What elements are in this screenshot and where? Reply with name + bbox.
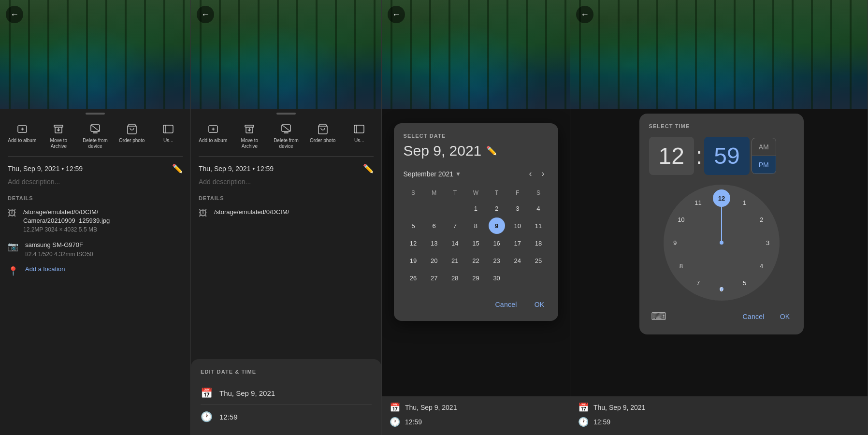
cal-day[interactable]: 7 [447,218,463,234]
details-label-1: DETAILS [0,191,190,204]
add-location-link[interactable]: Add a location [25,265,65,273]
hour-box[interactable]: 12 [649,137,694,175]
cal-day[interactable]: 14 [447,235,463,251]
time-display: 12 : 59 AM PM [649,137,794,175]
clock-number[interactable]: 3 [766,239,769,246]
cal-day[interactable]: 29 [467,270,484,286]
cal-day[interactable]: 10 [509,218,526,234]
am-btn[interactable]: AM [752,138,776,156]
file-path: /storage/emulated/0/DCIM/Camera/20210909… [23,208,110,225]
description-1[interactable]: Add description... [0,176,190,191]
selected-date-display: Sep 9, 2021 [404,143,482,159]
clock-number[interactable]: 4 [760,262,763,270]
cal-day [509,270,526,286]
cal-day[interactable]: 18 [530,235,547,251]
use-as-btn[interactable]: Us... [150,119,187,152]
time-ok-btn[interactable]: OK [776,310,794,323]
clock-number[interactable]: 10 [678,216,684,223]
delete-from-device-btn-2[interactable]: Delete from device [268,119,304,152]
add-to-album-btn-2[interactable]: Add to album [195,119,231,152]
cal-day[interactable]: 3 [509,200,526,217]
camera-icon: 📷 [8,241,18,252]
panel-photo-info: ← Add to album Move to [0,0,191,435]
cal-day[interactable]: 19 [405,252,421,269]
cal-day[interactable]: 27 [426,270,442,286]
edit-datetime-icon-2[interactable]: ✏️ [363,163,374,174]
cal-day[interactable]: 21 [447,252,463,269]
dialog-date-edit-icon[interactable]: ✏️ [486,145,497,156]
clock-number[interactable]: 2 [760,216,763,223]
cal-day[interactable]: 2 [489,200,505,217]
cal-day[interactable]: 9 [489,218,505,234]
move-to-archive-btn-2[interactable]: Move to Archive [231,119,268,152]
order-photo-btn[interactable]: Order photo [114,119,150,152]
cal-day[interactable]: 24 [509,252,526,269]
cal-day[interactable]: 17 [509,235,526,251]
clock-number[interactable]: 1 [743,199,746,206]
add-to-album-btn[interactable]: Add to album [4,119,41,152]
cal-day[interactable]: 11 [530,218,547,234]
cal-day[interactable]: 12 [405,235,421,251]
cal-day[interactable]: 13 [426,235,442,251]
order-photo-icon [125,122,139,136]
cal-day[interactable]: 28 [447,270,463,286]
cal-day[interactable]: 4 [530,200,547,217]
calendar-cancel-btn[interactable]: Cancel [491,298,521,311]
cal-day[interactable]: 6 [426,218,442,234]
prev-month-btn[interactable]: ‹ [525,167,536,181]
move-to-archive-btn[interactable]: Move to Archive [41,119,77,152]
clock-number[interactable]: 7 [696,279,700,287]
back-button-2[interactable]: ← [197,6,214,23]
back-button-1[interactable]: ← [6,6,23,23]
panel3-time-icon: 🕐 [390,417,400,427]
dialog-date-header: Sep 9, 2021 ✏️ [404,143,549,159]
next-month-btn[interactable]: › [538,167,549,181]
cal-day[interactable]: 1 [467,200,484,217]
delete-from-device-btn[interactable]: Delete from device [77,119,114,152]
use-as-btn-2[interactable]: Us... [341,119,377,152]
time-dialog-actions: Cancel OK [738,310,794,323]
edit-time-row[interactable]: 🕐 12:59 [201,406,372,427]
cal-day[interactable]: 30 [489,270,505,286]
cal-day[interactable]: 8 [467,218,484,234]
time-colon: : [696,143,702,169]
description-2[interactable]: Add description... [191,176,381,191]
edit-datetime-icon-1[interactable]: ✏️ [172,163,183,174]
clock-face[interactable]: 121234567891011 [664,185,780,301]
camera-detail: samsung SM-G970F f/2.4 1/520 4.32mm ISO5… [25,241,93,257]
month-nav-title[interactable]: September 2021 ▼ [404,170,461,178]
panel3-date-icon: 📅 [390,402,400,413]
delete-from-device-label: Delete from device [81,138,110,149]
cal-day[interactable]: 5 [405,218,421,234]
pm-btn[interactable]: PM [752,156,776,174]
panel4-date-text: Thu, Sep 9, 2021 [593,404,645,411]
cal-day[interactable]: 22 [467,252,484,269]
add-to-album-icon [15,122,29,136]
select-date-label: SELECT DATE [404,133,549,139]
clock-number[interactable]: 5 [743,279,746,287]
cal-day[interactable]: 20 [426,252,442,269]
panel4-time-text: 12:59 [593,418,610,426]
panel-calendar: ← SELECT DATE Sep 9, 2021 ✏️ September 2… [382,0,570,435]
clock-number[interactable]: 11 [694,199,701,206]
cal-day[interactable]: 23 [489,252,505,269]
cal-day-header: S [404,187,423,199]
clock-number[interactable]: 6 [720,286,723,293]
cal-day[interactable]: 25 [530,252,547,269]
back-button-4[interactable]: ← [576,6,593,23]
keyboard-input-btn[interactable]: ⌨ [649,308,668,325]
clock-number[interactable]: 8 [680,262,683,270]
edit-date-row[interactable]: 📅 Thu, Sep 9, 2021 [201,382,372,404]
time-dialog-footer: ⌨ Cancel OK [649,308,794,325]
calendar-ok-btn[interactable]: OK [531,298,549,311]
datetime-text-1: Thu, Sep 9, 2021 • 12:59 [8,165,83,173]
cal-day[interactable]: 16 [489,235,505,251]
back-button-3[interactable]: ← [388,6,405,23]
minute-box[interactable]: 59 [704,137,749,175]
cal-day[interactable]: 26 [405,270,421,286]
clock-number[interactable]: 9 [673,239,677,246]
cal-day[interactable]: 15 [467,235,484,251]
time-cancel-btn[interactable]: Cancel [738,310,768,323]
drag-handle-2 [276,113,296,115]
order-photo-btn-2[interactable]: Order photo [304,119,341,152]
